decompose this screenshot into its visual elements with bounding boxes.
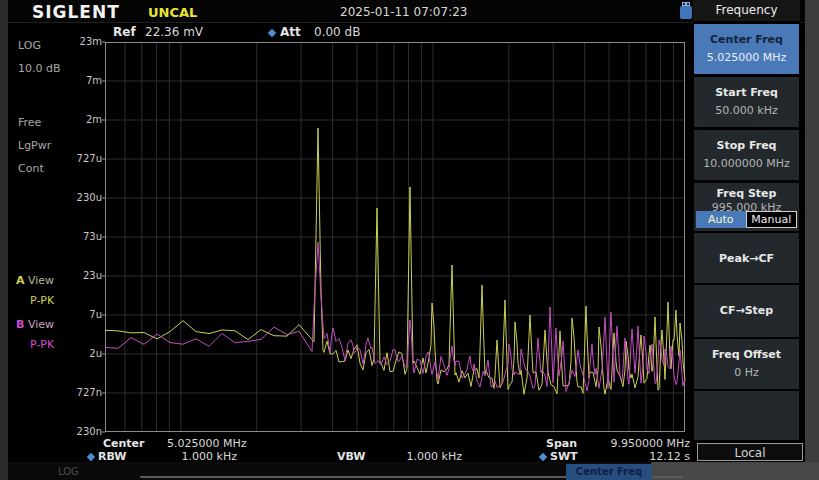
local-button[interactable]: Local	[697, 443, 803, 461]
menu-button-label: Start Freq	[694, 86, 799, 99]
usb-device-icon	[680, 2, 692, 19]
sweep-mode-readout: Cont	[18, 162, 44, 175]
ref-label: Ref	[113, 25, 136, 39]
att-marker-diamond-icon	[268, 29, 276, 37]
partial-center-freq-button: Center Freq	[566, 464, 652, 480]
auto-option[interactable]: Auto	[696, 211, 746, 228]
y-axis-tick: 230u	[58, 192, 102, 203]
att-label: Att	[280, 25, 301, 39]
y-axis-tick: 7u	[58, 309, 102, 320]
menu-button-start-freq[interactable]: Start Freq 50.000 kHz	[694, 77, 799, 127]
trace-a-status: A View	[16, 274, 54, 287]
rbw-marker-diamond-icon	[87, 453, 95, 461]
spectrum-analyzer-screen: SIGLENT UNCAL 2025-01-11 07:07:23 LOG 10…	[0, 0, 819, 480]
brand-logo: SIGLENT	[32, 2, 120, 22]
right-bezel	[805, 0, 819, 480]
graticule-area	[105, 42, 685, 432]
partial-bottom-screen: LOG Center Freq	[8, 462, 651, 480]
datetime-display: 2025-01-11 07:07:23	[340, 5, 467, 19]
trace-b-letter: B	[16, 318, 24, 331]
menu-button-value: 10.000000 MHz	[694, 157, 799, 170]
menu-button-label: CF→Step	[694, 304, 799, 317]
trace-a-letter: A	[16, 274, 25, 287]
menu-button-label: Stop Freq	[694, 139, 799, 152]
y-axis-tick: 23u	[58, 270, 102, 281]
frequency-menu-panel: Frequency Center Freq 5.025000 MHz Start…	[693, 0, 800, 462]
trace-a-mode: View	[28, 274, 54, 287]
menu-button-label: Center Freq	[694, 33, 799, 46]
trace-b-status: B View	[16, 318, 54, 331]
y-axis-tick: 23m	[58, 36, 102, 47]
menu-button-stop-freq[interactable]: Stop Freq 10.000000 MHz	[694, 130, 799, 180]
y-axis-tick: 230n	[58, 426, 102, 437]
menu-button-freq-offset[interactable]: Freq Offset 0 Hz	[694, 339, 799, 389]
menu-button-center-freq[interactable]: Center Freq 5.025000 MHz	[694, 24, 799, 74]
center-freq-value: 5.025000 MHz	[167, 437, 247, 450]
y-axis-tick: 7m	[58, 75, 102, 86]
manual-option[interactable]: Manual	[746, 211, 798, 228]
swt-marker-diamond-icon	[539, 453, 547, 461]
ref-value: 22.36 mV	[145, 25, 203, 39]
trace-a-detector: P-PK	[30, 294, 54, 307]
trace-b-detector: P-PK	[30, 338, 54, 351]
menu-button-label: Freq Offset	[694, 348, 799, 361]
top-status-bar: SIGLENT UNCAL 2025-01-11 07:07:23	[8, 0, 805, 23]
y-axis-tick: 73u	[58, 231, 102, 242]
y-axis-tick: 2u	[58, 348, 102, 359]
menu-button-value: 50.000 kHz	[694, 104, 799, 117]
partial-log-readout: LOG	[58, 466, 79, 477]
menu-button-value: 5.025000 MHz	[694, 51, 799, 64]
menu-button-peak-to-cf[interactable]: Peak→CF	[694, 233, 799, 283]
auto-manual-toggle: Auto Manual	[696, 211, 797, 228]
span-label: Span	[546, 437, 577, 450]
y-axis-tick: 2m	[58, 114, 102, 125]
scale-per-div-readout: 10.0 dB	[18, 62, 61, 75]
menu-button-value: 0 Hz	[694, 366, 799, 379]
menu-button-label: Freq Step	[694, 187, 799, 200]
menu-button-blank[interactable]	[694, 391, 799, 440]
power-mode-readout: LgPwr	[18, 139, 51, 152]
left-bezel	[0, 0, 8, 480]
trace-b-mode: View	[28, 318, 54, 331]
y-axis-tick: 727n	[58, 387, 102, 398]
center-freq-label: Center	[103, 437, 145, 450]
menu-title: Frequency	[693, 0, 800, 23]
amplitude-scale-readout: LOG	[18, 39, 41, 52]
trigger-mode-readout: Free	[18, 116, 41, 129]
menu-button-freq-step[interactable]: Freq Step 995.000 kHz Auto Manual	[694, 183, 799, 231]
menu-button-cf-to-step[interactable]: CF→Step	[694, 285, 799, 337]
span-value: 9.950000 MHz	[600, 437, 690, 450]
menu-button-label: Peak→CF	[694, 252, 799, 265]
y-axis-tick: 727u	[58, 153, 102, 164]
att-value: 0.00 dB	[314, 25, 360, 39]
uncal-status-badge: UNCAL	[148, 5, 197, 20]
